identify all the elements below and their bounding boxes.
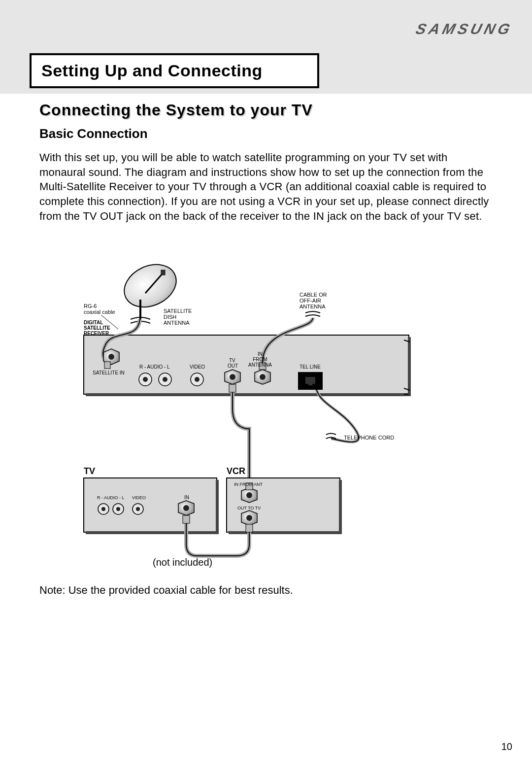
receiver-label-2: SATELLITE <box>84 325 110 331</box>
section-title-box: Setting Up and Connecting <box>30 53 319 88</box>
brand-text: SAMSUNG <box>414 21 514 37</box>
svg-point-46 <box>246 515 252 521</box>
svg-point-16 <box>163 377 167 382</box>
content-area: Connecting the System to your TV Basic C… <box>39 101 493 223</box>
dish-label-1: SATELLITE <box>164 308 192 314</box>
svg-rect-0 <box>84 335 409 394</box>
tv-out-jack-icon <box>225 370 240 384</box>
body-paragraph: With this set up, you will be able to wa… <box>39 150 493 223</box>
cable-label-2: OFF-AIR <box>299 298 321 304</box>
cable-label-1: CABLE OR <box>299 292 327 298</box>
tv-in-label: IN <box>184 495 189 500</box>
svg-point-11 <box>108 354 114 360</box>
svg-point-43 <box>246 492 252 498</box>
vcr-in-from-ant-label: IN FROM ANT <box>234 482 263 487</box>
page-number: 10 <box>501 741 512 752</box>
audio-r-jack-icon <box>139 373 152 386</box>
vcr-out-to-tv-label: OUT TO TV <box>237 506 261 510</box>
svg-point-36 <box>136 507 140 511</box>
section-title: Setting Up and Connecting <box>41 61 307 80</box>
svg-point-14 <box>143 377 148 382</box>
svg-rect-2 <box>86 393 411 396</box>
svg-rect-30 <box>86 531 219 534</box>
tv-out-label-2: OUT <box>228 363 238 369</box>
svg-point-32 <box>101 507 105 511</box>
in-from-ant-label-1: IN <box>258 351 263 357</box>
rg6-label-2: coaxial cable <box>84 309 115 315</box>
in-from-ant-label-3: ANTENNA <box>248 362 272 368</box>
audio-l-jack-icon <box>159 373 171 386</box>
svg-point-20 <box>230 374 235 380</box>
svg-point-22 <box>260 374 266 380</box>
satellite-in-label: SATELLITE IN <box>93 370 125 375</box>
connection-diagram: SATELLITE DISH ANTENNA RG-6 coaxial cabl… <box>39 261 493 586</box>
vcr-panel-label: VCR <box>227 466 245 476</box>
tel-line-jack-icon <box>298 372 323 390</box>
tv-panel-label: TV <box>84 466 95 476</box>
tv-audio-r-jack-icon <box>98 504 109 514</box>
dish-label-3: ANTENNA <box>164 320 190 326</box>
svg-rect-40 <box>339 480 342 534</box>
svg-rect-5 <box>161 270 165 275</box>
video-jack-icon <box>191 373 203 386</box>
subsection-title: Basic Connection <box>39 126 493 141</box>
tel-line-label: TEL LINE <box>299 364 321 370</box>
telephone-cord-label: TELEPHONE CORD <box>344 435 394 441</box>
svg-rect-26 <box>308 382 312 385</box>
svg-point-18 <box>195 377 200 382</box>
svg-point-38 <box>183 505 189 511</box>
svg-point-34 <box>116 507 120 511</box>
subtitle: Connecting the System to your TV <box>39 101 493 119</box>
tv-video-label: VIDEO <box>132 495 146 500</box>
svg-rect-47 <box>246 524 253 532</box>
video-label-top: VIDEO <box>190 364 205 370</box>
tv-out-label-1: TV <box>229 358 235 363</box>
tv-r-audio-l-label: R - AUDIO - L <box>97 495 125 500</box>
svg-rect-48 <box>183 515 190 523</box>
note-text: Note: Use the provided coaxial cable for… <box>39 584 293 597</box>
tv-audio-l-jack-icon <box>113 504 124 514</box>
manual-page: SAMSUNG Setting Up and Connecting Connec… <box>0 0 532 782</box>
tv-video-jack-icon <box>133 504 143 514</box>
vcr-out-jack-icon <box>241 510 257 525</box>
rg6-label-1: RG-6 <box>84 303 97 309</box>
cable-label-3: ANTENNA <box>299 304 326 309</box>
svg-rect-1 <box>408 337 411 396</box>
r-audio-l-label-top: R - AUDIO - L <box>139 364 170 370</box>
tv-in-jack-icon <box>178 501 194 515</box>
dish-label-2: DISH <box>164 314 176 320</box>
svg-rect-29 <box>216 480 219 534</box>
brand-logo: SAMSUNG <box>414 21 514 37</box>
svg-rect-27 <box>229 384 236 392</box>
receiver-panel-icon <box>84 335 411 396</box>
svg-rect-12 <box>104 362 110 369</box>
receiver-label-3: RECEIVER <box>84 331 109 336</box>
not-included-label: (not included) <box>153 557 212 568</box>
receiver-label-1: DIGITAL <box>84 320 103 325</box>
in-from-ant-label-2: FROM <box>253 357 267 362</box>
